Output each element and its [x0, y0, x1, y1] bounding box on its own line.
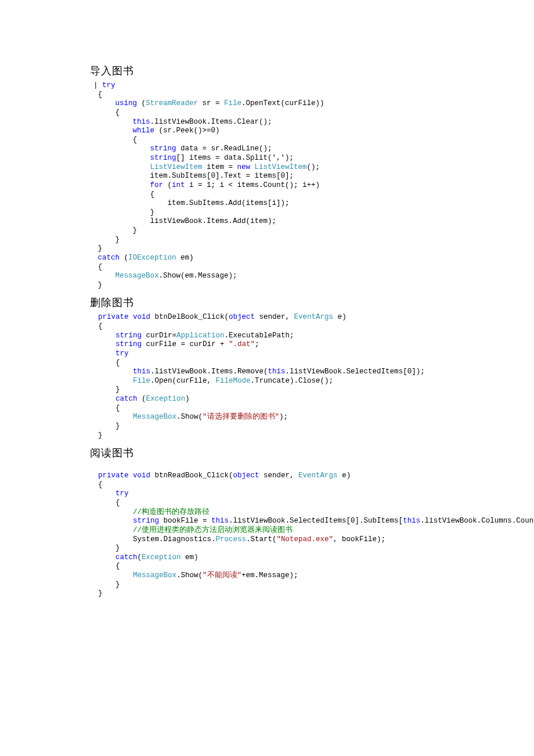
code-block-delete: private void btnDelBook_Click(object sen… — [98, 313, 511, 440]
section-heading: 删除图书 — [90, 296, 511, 309]
document-page: 导入图书 | try { using (StreamReader sr = Fi… — [0, 0, 534, 624]
code-block-import: | try { using (StreamReader sr = File.Op… — [93, 81, 511, 290]
section-heading: 导入图书 — [90, 64, 511, 78]
section-read-books: 阅读图书 private void btnReadBook_Click(obje… — [90, 446, 511, 599]
spacer — [90, 463, 511, 471]
section-delete-books: 删除图书 private void btnDelBook_Click(objec… — [90, 296, 511, 440]
code-block-read: private void btnReadBook_Click(object se… — [98, 471, 511, 599]
section-heading: 阅读图书 — [90, 446, 511, 460]
section-import-books: 导入图书 | try { using (StreamReader sr = Fi… — [90, 64, 511, 290]
